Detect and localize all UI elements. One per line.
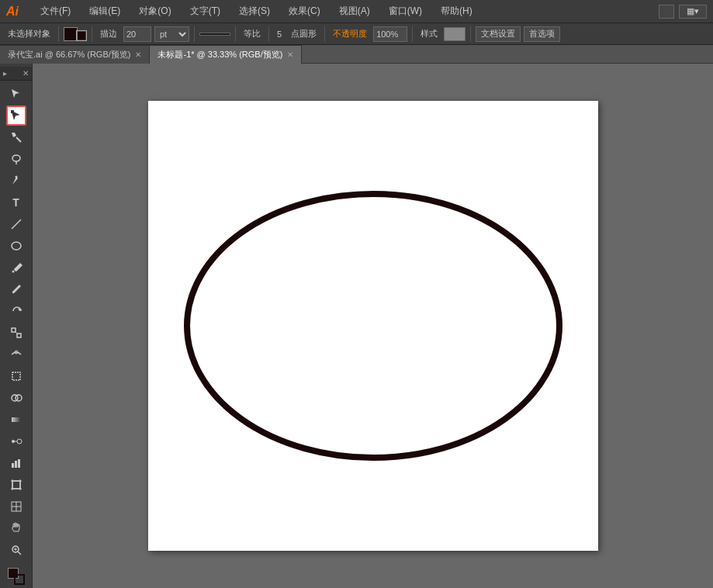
- ellipse-tool[interactable]: [6, 236, 26, 256]
- menu-edit[interactable]: 编辑(E): [86, 3, 123, 19]
- svg-marker-2: [12, 133, 16, 137]
- svg-rect-24: [12, 481, 20, 489]
- free-transform-tool[interactable]: [6, 366, 26, 386]
- sep1: [58, 26, 59, 42]
- svg-line-12: [16, 332, 17, 334]
- menu-view[interactable]: 视图(A): [336, 3, 373, 19]
- opacity-input[interactable]: [373, 26, 407, 42]
- svg-line-33: [18, 552, 21, 555]
- toolbox-header: ▸ ✕: [0, 67, 32, 81]
- stroke-preview: [199, 33, 230, 36]
- stroke-value-input[interactable]: [123, 26, 151, 42]
- tab-close-1[interactable]: ✕: [135, 50, 141, 59]
- stroke-label: 描边: [97, 26, 120, 41]
- tabs-bar: 录代宝.ai @ 66.67% (RGB/预览) ✕ 未标题-1* @ 33.3…: [0, 45, 713, 64]
- selection-tool[interactable]: [6, 84, 26, 104]
- style-label: 样式: [417, 26, 441, 41]
- sep2: [92, 26, 92, 42]
- canvas-svg: [148, 101, 598, 551]
- type-tool[interactable]: T: [6, 192, 26, 213]
- color-tools: [8, 568, 25, 585]
- fill-stroke-control[interactable]: [8, 568, 25, 585]
- svg-rect-23: [18, 459, 20, 468]
- lasso-tool[interactable]: [6, 149, 26, 169]
- scale-tool[interactable]: [6, 323, 26, 343]
- sep7: [412, 26, 413, 42]
- line-tool[interactable]: [6, 214, 26, 234]
- top-toolbar: 未选择对象 描边 pt px mm 等比 5 点圆形 不透明度 样式 文档设置 …: [0, 23, 713, 45]
- slice-tool[interactable]: [6, 496, 26, 517]
- sep3: [194, 26, 195, 42]
- svg-line-6: [12, 220, 21, 229]
- hand-tool[interactable]: [6, 518, 26, 538]
- svg-rect-0: [11, 110, 14, 113]
- svg-rect-11: [17, 334, 21, 337]
- style-swatch[interactable]: [444, 27, 466, 41]
- workspace-btn[interactable]: ▦▾: [679, 5, 707, 19]
- sep4: [235, 26, 236, 42]
- tab-close-2[interactable]: ✕: [287, 50, 293, 59]
- warp-tool[interactable]: [6, 344, 26, 365]
- zoom-tool[interactable]: [6, 540, 26, 560]
- stroke-unit-select[interactable]: pt px mm: [154, 26, 189, 42]
- status-label: 未选择对象: [5, 26, 54, 41]
- rotate-tool[interactable]: [6, 301, 26, 321]
- screen-mode-btn[interactable]: [659, 5, 674, 19]
- column-graph-tool[interactable]: [6, 453, 26, 473]
- fill-indicator[interactable]: [64, 27, 87, 41]
- svg-point-8: [12, 271, 14, 273]
- artboard-tool[interactable]: [6, 475, 26, 495]
- doc-settings-button[interactable]: 文档设置: [476, 26, 521, 42]
- main-area: ▸ ✕ T: [0, 64, 713, 588]
- svg-point-19: [17, 439, 22, 444]
- magic-wand-tool[interactable]: [6, 127, 26, 147]
- tab-label-2: 未标题-1* @ 33.33% (RGB/预览): [157, 49, 282, 61]
- menu-select[interactable]: 选择(S): [236, 3, 273, 19]
- menu-object[interactable]: 对象(O): [136, 3, 174, 19]
- pen-tool[interactable]: [6, 171, 26, 191]
- shape-label: 点圆形: [288, 26, 320, 41]
- menu-type[interactable]: 文字(T): [187, 3, 223, 19]
- app-logo: Ai: [6, 5, 19, 19]
- menu-window[interactable]: 窗口(W): [386, 3, 425, 19]
- svg-point-18: [12, 440, 15, 443]
- equal-ratio-label: 等比: [241, 26, 264, 41]
- tab-label-1: 录代宝.ai @ 66.67% (RGB/预览): [8, 49, 130, 61]
- tab-file-2[interactable]: 未标题-1* @ 33.33% (RGB/预览) ✕: [150, 45, 302, 64]
- pencil-tool[interactable]: [6, 279, 26, 299]
- sep5: [268, 26, 269, 42]
- stroke-swatch[interactable]: [76, 30, 87, 41]
- menu-help[interactable]: 帮助(H): [438, 3, 476, 19]
- shape-builder-tool[interactable]: [6, 388, 26, 408]
- svg-rect-10: [12, 328, 16, 332]
- title-bar: Ai 文件(F) 编辑(E) 对象(O) 文字(T) 选择(S) 效果(C) 视…: [0, 0, 713, 23]
- sep8: [470, 26, 471, 42]
- svg-point-5: [15, 176, 17, 178]
- stroke-color-box[interactable]: [14, 574, 25, 585]
- dot-count: 5: [274, 28, 285, 40]
- opacity-label: 不透明度: [330, 26, 370, 41]
- menu-effect[interactable]: 效果(C): [286, 3, 324, 19]
- svg-point-16: [16, 395, 22, 401]
- preferences-button[interactable]: 首选项: [524, 26, 560, 42]
- blend-tool[interactable]: [6, 431, 26, 451]
- svg-line-1: [16, 137, 21, 142]
- paintbrush-tool[interactable]: [6, 258, 26, 278]
- direct-selection-tool[interactable]: [6, 105, 26, 126]
- gradient-tool[interactable]: [6, 410, 26, 430]
- sep6: [324, 26, 325, 42]
- tab-file-1[interactable]: 录代宝.ai @ 66.67% (RGB/预览) ✕: [0, 45, 150, 64]
- artboard: [148, 101, 598, 551]
- svg-rect-22: [15, 461, 17, 468]
- canvas-area[interactable]: [33, 64, 713, 588]
- svg-rect-17: [12, 417, 21, 422]
- menu-file[interactable]: 文件(F): [37, 3, 74, 19]
- svg-point-7: [12, 242, 21, 250]
- svg-rect-14: [12, 372, 20, 380]
- svg-point-3: [12, 155, 20, 161]
- toolbox: ▸ ✕ T: [0, 64, 33, 588]
- ellipse-shape[interactable]: [187, 194, 559, 458]
- svg-rect-21: [12, 463, 14, 468]
